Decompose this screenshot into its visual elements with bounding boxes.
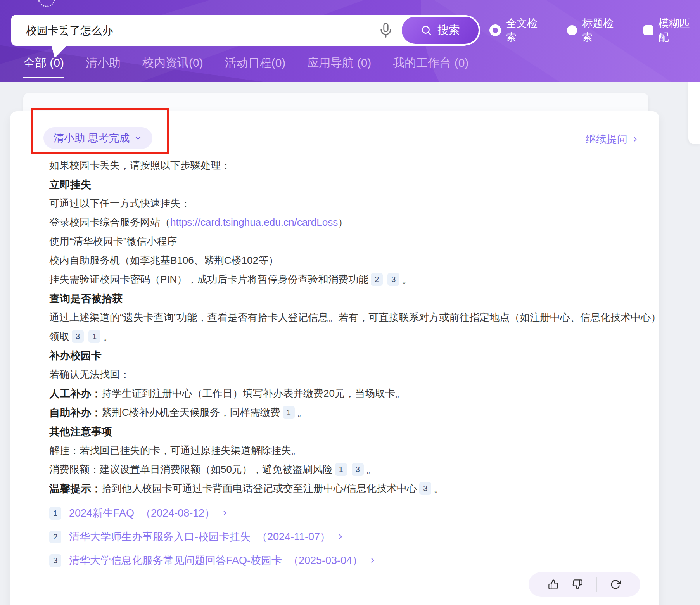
refresh-icon[interactable] — [610, 579, 621, 590]
chevron-right-icon — [631, 135, 639, 143]
answer-heading: 人工补办： — [49, 387, 102, 401]
search-mode-option[interactable]: 模糊匹配 — [643, 16, 700, 44]
answer-text: 拾到他人校园卡可通过卡背面电话登记或交至注册中心/信息化技术中心 — [102, 482, 417, 495]
answer-text: 通过上述渠道的“遗失卡查询”功能，查看是否有拾卡人登记信息。若有，可直接联系对方… — [49, 311, 661, 324]
search-icon — [420, 24, 432, 36]
reference-title-link[interactable]: 2024新生FAQ — [69, 506, 134, 520]
continue-ask-link[interactable]: 继续提问 — [586, 132, 639, 146]
result-tabs: 全部 (0)清小助校内资讯(0)活动日程(0)应用导航 (0)我的工作台 (0) — [23, 55, 468, 78]
answer-line: 若确认无法找回： — [49, 365, 646, 384]
answer-text: 如果校园卡丢失，请按照以下步骤处理： — [49, 159, 231, 172]
search-mode-label: 模糊匹配 — [659, 16, 700, 44]
answer-text: 校内自助服务机（如李兆基B106、紫荆C楼102等） — [49, 254, 278, 267]
answer-text: 紫荆C楼补办机全天候服务，同样需缴费 — [102, 406, 280, 419]
continue-ask-label: 继续提问 — [586, 132, 627, 146]
answer-line: 使用“清华校园卡”微信小程序 — [49, 232, 646, 251]
search-mode-option[interactable]: 标题检索 — [567, 16, 624, 44]
answer-actions — [529, 572, 640, 597]
citation-badge[interactable]: 2 — [371, 273, 383, 286]
answer-line: 登录校园卡综合服务网站（https://card.tsinghua.edu.cn… — [49, 213, 646, 232]
reference-number-badge: 1 — [49, 507, 61, 520]
answer-link[interactable]: https://card.tsinghua.edu.cn/cardLoss — [170, 216, 338, 228]
citation-badge[interactable]: 1 — [283, 406, 295, 419]
answer-text: ） — [338, 216, 348, 229]
result-tab[interactable]: 活动日程(0) — [225, 55, 286, 78]
radio-selected-icon[interactable] — [489, 24, 501, 36]
chevron-right-icon[interactable] — [221, 509, 229, 517]
search-button-label: 搜索 — [437, 22, 460, 38]
answer-line: 解挂：若找回已挂失的卡，可通过原挂失渠道解除挂失。 — [49, 441, 646, 460]
citation-badge[interactable]: 1 — [335, 463, 347, 476]
answer-line: 通过上述渠道的“遗失卡查询”功能，查看是否有拾卡人登记信息。若有，可直接联系对方… — [49, 308, 646, 327]
search-button[interactable]: 搜索 — [400, 15, 480, 45]
answer-line: 消费限额：建议设置单日消费限额（如50元），避免被盗刷风险13。 — [49, 460, 646, 479]
answer-line: 领取31。 — [49, 327, 646, 346]
search-mode-option[interactable]: 全文检索 — [489, 16, 548, 44]
reference-item[interactable]: 2清华大学师生办事服务入口-校园卡挂失（2024-11-07） — [49, 530, 377, 543]
actions-divider — [596, 577, 597, 592]
result-tab[interactable]: 我的工作台 (0) — [393, 55, 468, 78]
answer-text: 消费限额：建议设置单日消费限额（如50元），避免被盗刷风险 — [49, 463, 333, 476]
result-tab[interactable]: 全部 (0) — [23, 55, 64, 78]
answer-text: 挂失需验证校园卡密码（PIN），成功后卡片将暂停身份查验和消费功能 — [49, 273, 368, 286]
radio-icon[interactable] — [567, 25, 577, 35]
answer-text: 登录校园卡综合服务网站（ — [49, 216, 170, 229]
answer-heading: 温馨提示： — [49, 482, 102, 496]
answer-text: 。 — [103, 330, 113, 343]
citation-badge[interactable]: 3 — [352, 463, 364, 476]
reference-title-link[interactable]: 清华大学师生办事服务入口-校园卡挂失 — [69, 530, 251, 544]
reference-list: 12024新生FAQ（2024-08-12）2清华大学师生办事服务入口-校园卡挂… — [49, 506, 377, 567]
answer-text: 可通过以下任一方式快速挂失： — [49, 197, 190, 210]
answer-text: 使用“清华校园卡”微信小程序 — [49, 235, 177, 248]
header: 搜索 全文检索标题检索模糊匹配 全部 (0)清小助校内资讯(0)活动日程(0)应… — [0, 0, 700, 82]
answer-line: 人工补办：持学生证到注册中心（工作日）填写补办表并缴费20元，当场取卡。 — [49, 384, 646, 403]
answer-heading: 补办校园卡 — [49, 349, 102, 363]
answer-text: 持学生证到注册中心（工作日）填写补办表并缴费20元，当场取卡。 — [102, 387, 405, 400]
answer-heading: 查询是否被拾获 — [49, 292, 123, 306]
search-mode-options: 全文检索标题检索模糊匹配 — [489, 19, 700, 41]
answer-body: 如果校园卡丢失，请按照以下步骤处理：立即挂失可通过以下任一方式快速挂失：登录校园… — [49, 156, 646, 498]
thumbs-up-icon[interactable] — [548, 579, 559, 590]
side-panel-handle[interactable] — [688, 82, 700, 144]
answer-line: 立即挂失 — [49, 175, 646, 194]
answer-heading: 立即挂失 — [49, 178, 91, 192]
answer-heading: 其他注意事项 — [49, 425, 112, 439]
search-bar[interactable]: 搜索 — [11, 15, 469, 46]
thumbs-down-icon[interactable] — [572, 579, 583, 590]
chevron-right-icon[interactable] — [369, 557, 377, 564]
answer-heading: 自助补办： — [49, 406, 102, 420]
answer-line: 如果校园卡丢失，请按照以下步骤处理： — [49, 156, 646, 175]
answer-text: 若确认无法找回： — [49, 368, 130, 381]
answer-text: 解挂：若找回已挂失的卡，可通过原挂失渠道解除挂失。 — [49, 444, 301, 457]
answer-line: 温馨提示：拾到他人校园卡可通过卡背面电话登记或交至注册中心/信息化技术中心3。 — [49, 479, 646, 498]
citation-badge[interactable]: 1 — [88, 330, 100, 343]
search-mode-label: 标题检索 — [582, 16, 624, 44]
answer-text: 。 — [366, 463, 376, 476]
result-tab[interactable]: 应用导航 (0) — [307, 55, 371, 78]
answer-line: 可通过以下任一方式快速挂失： — [49, 194, 646, 213]
answer-text: 。 — [434, 482, 444, 495]
answer-line: 校内自助服务机（如李兆基B106、紫荆C楼102等） — [49, 251, 646, 270]
reference-item[interactable]: 12024新生FAQ（2024-08-12） — [49, 506, 377, 520]
answer-line: 查询是否被拾获 — [49, 289, 646, 308]
answer-line: 其他注意事项 — [49, 422, 646, 441]
reference-title-link[interactable]: 清华大学信息化服务常见问题回答FAQ-校园卡 — [69, 553, 282, 567]
citation-badge[interactable]: 3 — [419, 482, 431, 495]
answer-text: 领取 — [49, 330, 69, 343]
citation-badge[interactable]: 3 — [72, 330, 84, 343]
search-mode-label: 全文检索 — [506, 16, 548, 44]
result-tab[interactable]: 清小助 — [86, 55, 121, 78]
reference-item[interactable]: 3清华大学信息化服务常见问题回答FAQ-校园卡（2025-03-04） — [49, 554, 377, 567]
answer-line: 挂失需验证校园卡密码（PIN），成功后卡片将暂停身份查验和消费功能23。 — [49, 270, 646, 289]
checkbox-icon[interactable] — [643, 25, 653, 35]
answer-line: 补办校园卡 — [49, 346, 646, 365]
search-input[interactable] — [25, 15, 356, 47]
answer-line: 自助补办：紫荆C楼补办机全天候服务，同样需缴费1。 — [49, 403, 646, 422]
reference-date: （2024-11-07） — [257, 530, 330, 544]
citation-badge[interactable]: 3 — [387, 273, 399, 286]
result-tab[interactable]: 校内资讯(0) — [142, 55, 203, 78]
chevron-right-icon[interactable] — [337, 533, 344, 541]
answer-card: 清小助 思考完成 继续提问 如果校园卡丢失，请按照以下步骤处理：立即挂失可通过以… — [10, 111, 659, 605]
reference-number-badge: 2 — [49, 531, 61, 543]
mic-icon[interactable] — [378, 22, 394, 38]
